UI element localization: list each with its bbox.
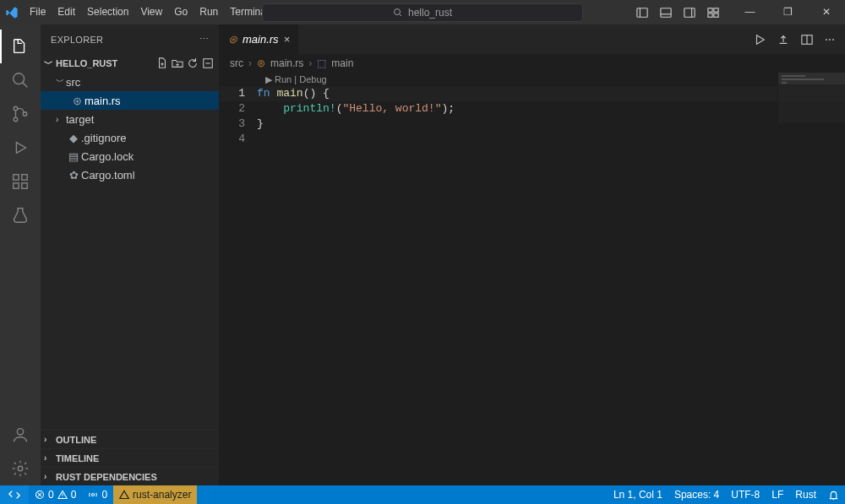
indentation-status[interactable]: Spaces: 4 (668, 485, 725, 504)
tab-close-icon[interactable]: × (284, 33, 291, 46)
panel-toggle-icon[interactable] (660, 7, 684, 19)
tree-file-gitignore[interactable]: ◆.gitignore (41, 128, 219, 147)
radio-icon (88, 490, 98, 500)
language-mode[interactable]: Rust (789, 485, 822, 504)
cursor-position[interactable]: Ln 1, Col 1 (608, 485, 668, 504)
menu-go[interactable]: Go (168, 0, 194, 24)
split-editor-icon[interactable] (801, 34, 813, 46)
problems-indicator[interactable]: 0 0 (29, 485, 82, 504)
section-rust-deps[interactable]: ›RUST DEPENDENCIES (41, 467, 219, 485)
rust-file-icon: ⊛ (228, 33, 237, 46)
chevron-down-icon: ﹀ (56, 76, 66, 88)
svg-rect-21 (22, 183, 27, 188)
notifications-icon[interactable] (822, 485, 845, 504)
primary-sidebar-toggle-icon[interactable] (636, 7, 660, 19)
window-maximize[interactable]: ❐ (769, 0, 807, 24)
svg-line-1 (399, 14, 401, 16)
code-line[interactable]: 2 println!("Hello, world!"); (220, 101, 845, 117)
ports-indicator[interactable]: 0 (82, 485, 113, 504)
activity-account[interactable] (0, 418, 41, 452)
collapse-icon[interactable] (202, 57, 214, 69)
section-outline[interactable]: ›OUTLINE (41, 430, 219, 448)
svg-marker-41 (120, 491, 129, 499)
window-minimize[interactable]: — (731, 0, 769, 24)
folder-name: HELLO_RUST (56, 58, 117, 68)
breadcrumb-src[interactable]: src (230, 57, 243, 69)
chevron-down-icon: ﹀ (44, 57, 56, 70)
eol-status[interactable]: LF (766, 485, 789, 504)
warning-icon (119, 490, 129, 500)
activity-settings[interactable] (0, 452, 41, 485)
menu-view[interactable]: View (134, 0, 168, 24)
line-number: 2 (220, 101, 257, 117)
menu-selection[interactable]: Selection (81, 0, 134, 24)
tree-file-main-rs[interactable]: ⊛main.rs (41, 91, 219, 110)
activity-bar (0, 24, 41, 485)
new-folder-icon[interactable] (172, 57, 183, 69)
activity-testing[interactable] (0, 198, 41, 232)
tree-file-cargo-lock[interactable]: ▤Cargo.lock (41, 147, 219, 165)
chevron-right-icon: › (248, 57, 252, 69)
svg-rect-2 (637, 8, 647, 17)
line-text: println!("Hello, world!"); (257, 101, 455, 117)
chevron-right-icon: › (44, 472, 56, 481)
code-line[interactable]: 1fn main() { (220, 86, 845, 101)
command-center[interactable]: hello_rust (262, 3, 583, 22)
code-line[interactable]: 4 (220, 132, 845, 147)
new-file-icon[interactable] (156, 57, 168, 69)
encoding-status[interactable]: UTF-8 (725, 485, 766, 504)
secondary-sidebar-toggle-icon[interactable] (684, 7, 707, 19)
upload-icon[interactable] (777, 34, 789, 46)
explorer-sidebar: EXPLORER ⋯ ﹀ HELLO_RUST ﹀src ⊛main.rs ›t… (41, 24, 220, 485)
section-timeline[interactable]: ›TIMELINE (41, 448, 219, 467)
more-icon[interactable]: ⋯ (825, 34, 835, 46)
svg-rect-4 (661, 8, 671, 17)
remote-indicator[interactable] (0, 485, 29, 504)
line-text: } (257, 117, 264, 132)
activity-explorer[interactable] (0, 30, 41, 63)
line-number: 1 (220, 86, 257, 101)
minimap[interactable] (777, 73, 845, 123)
activity-extensions[interactable] (0, 165, 41, 198)
svg-rect-8 (708, 8, 712, 11)
code-line[interactable]: 3} (220, 117, 845, 132)
svg-point-24 (18, 466, 23, 471)
menu-edit[interactable]: Edit (52, 0, 81, 24)
codelens-run-debug[interactable]: ▶ Run | Debug (220, 73, 845, 86)
menu-run[interactable]: Run (194, 0, 224, 24)
status-bar: 0 0 0 rust-analyzer Ln 1, Col 1 Spaces: … (0, 485, 845, 504)
activity-run-debug[interactable] (0, 131, 41, 165)
line-number: 4 (220, 132, 257, 147)
tree-dir-target[interactable]: ›target (41, 110, 219, 128)
editor-area: ⊛ main.rs × ⋯ src › ⊛ main.rs › ⬚ main ▶… (220, 24, 845, 485)
refresh-icon[interactable] (187, 57, 199, 69)
tree-dir-src[interactable]: ﹀src (41, 73, 219, 91)
menu-file[interactable]: File (24, 0, 52, 24)
folder-header[interactable]: ﹀ HELLO_RUST (41, 54, 219, 73)
search-icon (393, 8, 403, 18)
breadcrumb-symbol[interactable]: main (331, 57, 353, 69)
activity-source-control[interactable] (0, 97, 41, 131)
breadcrumb-file[interactable]: main.rs (270, 57, 303, 69)
breadcrumb[interactable]: src › ⊛ main.rs › ⬚ main (220, 54, 845, 73)
error-icon (35, 490, 45, 500)
customize-layout-icon[interactable] (707, 7, 731, 19)
svg-point-0 (394, 8, 400, 14)
chevron-right-icon: › (308, 57, 312, 69)
symbol-function-icon: ⬚ (317, 57, 326, 69)
tab-main-rs[interactable]: ⊛ main.rs × (220, 24, 299, 54)
tree-file-cargo-toml[interactable]: ✿Cargo.toml (41, 165, 219, 184)
svg-rect-6 (684, 8, 695, 17)
editor-tabs: ⊛ main.rs × ⋯ (220, 24, 845, 54)
svg-rect-18 (14, 175, 19, 180)
sidebar-more-icon[interactable]: ⋯ (199, 34, 209, 45)
activity-search[interactable] (0, 63, 41, 97)
code-editor[interactable]: 1fn main() {2 println!("Hello, world!");… (220, 86, 845, 147)
svg-rect-9 (714, 8, 718, 11)
rust-analyzer-status[interactable]: rust-analyzer (113, 485, 197, 504)
rust-analyzer-label: rust-analyzer (133, 489, 191, 501)
window-close[interactable]: ✕ (807, 0, 845, 24)
run-icon[interactable] (754, 34, 766, 46)
svg-point-14 (14, 106, 18, 111)
svg-point-12 (14, 73, 25, 84)
